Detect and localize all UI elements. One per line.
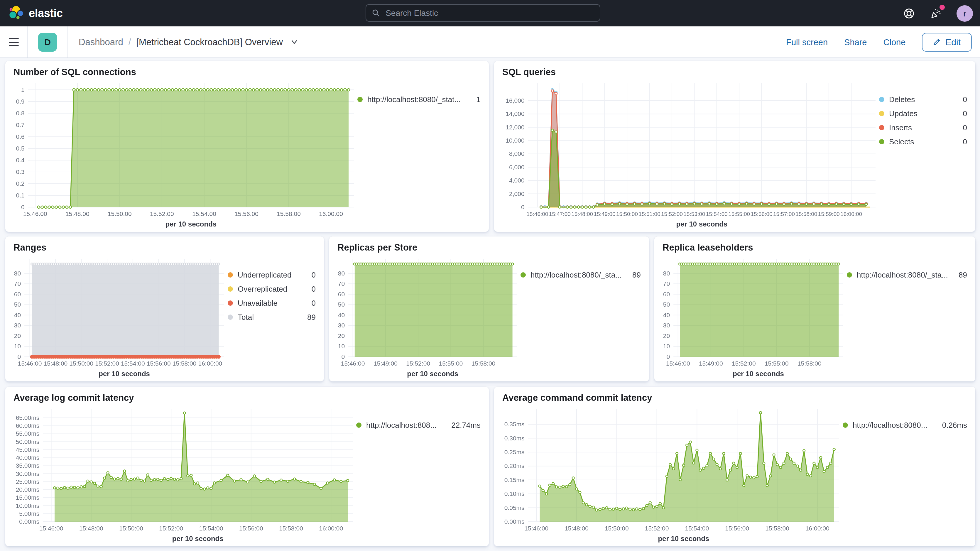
chart-plot[interactable]: 15:46:0015:48:0015:50:0015:52:0015:54:00… (498, 404, 843, 545)
svg-text:20: 20 (338, 333, 345, 339)
user-avatar[interactable]: r (956, 5, 973, 21)
chart-plot[interactable]: 15:46:0015:48:0015:50:0015:52:0015:54:00… (9, 79, 357, 231)
svg-text:15:54:00: 15:54:00 (199, 525, 223, 532)
space-initial: D (44, 37, 51, 47)
chevron-down-icon[interactable] (291, 38, 298, 46)
panel-average-command-commit-latency: Average command commit latency 15:46:001… (494, 387, 975, 546)
panel-replicas-per-store: Replicas per Store 15:46:0015:49:0015:52… (329, 236, 649, 381)
whats-new-button[interactable] (929, 7, 942, 20)
help-button[interactable] (902, 7, 915, 20)
life-ring-icon (903, 7, 915, 19)
legend-item[interactable]: Unavailable0 (228, 299, 316, 307)
legend-item[interactable]: http://localhost:8080/_stat...1 (357, 95, 480, 104)
share-button[interactable]: Share (844, 37, 867, 47)
space-badge[interactable]: D (38, 33, 57, 51)
divider (27, 26, 27, 57)
svg-text:15:57:00: 15:57:00 (773, 211, 795, 217)
chart-canvas[interactable]: 15:46:0015:47:0015:48:0015:49:0015:50:00… (498, 79, 879, 231)
svg-text:per 10 seconds: per 10 seconds (658, 535, 709, 543)
svg-text:80: 80 (14, 270, 21, 277)
legend-item[interactable]: Total89 (228, 313, 316, 322)
legend-item[interactable]: Selects0 (879, 137, 967, 146)
svg-text:15.00ms: 15.00ms (16, 494, 40, 501)
svg-text:0: 0 (342, 353, 345, 360)
legend-label: Unavailable (238, 299, 278, 307)
legend-value: 89 (959, 271, 967, 279)
svg-text:6,000: 6,000 (509, 164, 525, 170)
panel-title[interactable]: Average log commit latency (5, 387, 489, 404)
legend-item[interactable]: Inserts0 (879, 123, 967, 132)
chart-plot[interactable]: 15:46:0015:47:0015:48:0015:49:0015:50:00… (498, 79, 879, 231)
clone-button[interactable]: Clone (883, 37, 906, 47)
svg-text:15:48:00: 15:48:00 (79, 525, 103, 532)
legend-item[interactable]: Overreplicated0 (228, 285, 316, 293)
legend-item[interactable]: http://localhost:8080/_sta...89 (847, 271, 967, 279)
svg-text:20: 20 (14, 333, 21, 339)
legend-item[interactable]: Updates0 (879, 109, 967, 118)
panel-title[interactable]: Replica leaseholders (654, 236, 975, 254)
svg-text:5.00ms: 5.00ms (19, 510, 39, 517)
legend-item[interactable]: http://localhost:808...22.74ms (356, 421, 480, 430)
full-screen-button[interactable]: Full screen (786, 37, 828, 47)
svg-text:30.00ms: 30.00ms (16, 470, 40, 477)
legend-label: http://localhost:8080/_sta... (530, 271, 622, 279)
legend-value: 0 (312, 299, 316, 307)
svg-text:16:00:00: 16:00:00 (198, 360, 223, 367)
svg-text:15:59:00: 15:59:00 (818, 211, 840, 217)
svg-text:0: 0 (21, 204, 25, 210)
notification-dot (940, 5, 945, 10)
toolbar: D Dashboard / [Metricbeat CockroachDB] O… (0, 26, 980, 58)
legend-item[interactable]: Deletes0 (879, 95, 967, 104)
menu-button[interactable] (0, 26, 27, 57)
panel-title[interactable]: Number of SQL connections (5, 61, 489, 79)
svg-text:50: 50 (338, 301, 345, 308)
panel-title[interactable]: Ranges (5, 236, 324, 254)
svg-text:per 10 seconds: per 10 seconds (676, 220, 727, 228)
svg-text:15:56:00: 15:56:00 (725, 525, 749, 532)
svg-text:per 10 seconds: per 10 seconds (99, 370, 150, 377)
svg-text:0.15ms: 0.15ms (504, 476, 525, 483)
svg-text:0.35ms: 0.35ms (504, 421, 525, 427)
edit-button[interactable]: Edit (922, 33, 972, 51)
global-search[interactable] (366, 4, 600, 22)
legend-item[interactable]: Underreplicated0 (228, 271, 316, 279)
chart-canvas[interactable]: 15:46:0015:48:0015:50:0015:52:0015:54:00… (9, 404, 356, 545)
search-input[interactable] (384, 8, 594, 18)
svg-text:0.5: 0.5 (16, 145, 25, 152)
divider (67, 26, 68, 57)
svg-text:25.00ms: 25.00ms (16, 478, 40, 485)
elastic-logo[interactable]: elastic (8, 5, 63, 21)
svg-text:0: 0 (521, 204, 525, 210)
chart-plot[interactable]: 15:46:0015:48:0015:50:0015:52:0015:54:00… (9, 404, 356, 545)
chart-canvas[interactable]: 15:46:0015:49:0015:52:0015:55:0015:58:00… (333, 254, 520, 380)
chart-plot[interactable]: 15:46:0015:48:0015:50:0015:52:0015:54:00… (9, 254, 228, 380)
svg-text:15:46:00: 15:46:00 (341, 360, 365, 367)
svg-text:15:46:00: 15:46:00 (23, 210, 47, 217)
pencil-icon (933, 38, 941, 46)
legend-item[interactable]: http://localhost:8080/_sta...89 (520, 271, 641, 279)
chart-plot[interactable]: 15:46:0015:49:0015:52:0015:55:0015:58:00… (333, 254, 520, 380)
svg-text:15:56:00: 15:56:00 (751, 211, 773, 217)
svg-text:15:56:00: 15:56:00 (239, 525, 263, 532)
avatar-initial: r (963, 8, 966, 18)
legend-color-dot (520, 272, 526, 277)
dashboard-grid: Number of SQL connections 15:46:0015:48:… (0, 58, 980, 551)
chart-canvas[interactable]: 15:46:0015:48:0015:50:0015:52:0015:54:00… (498, 404, 843, 545)
chart-canvas[interactable]: 15:46:0015:48:0015:50:0015:52:0015:54:00… (9, 254, 228, 380)
legend-value: 0.26ms (942, 421, 967, 430)
breadcrumb-separator: / (129, 37, 131, 47)
svg-text:40: 40 (338, 312, 345, 318)
breadcrumb-dashboard-link[interactable]: Dashboard (79, 37, 123, 47)
chart-canvas[interactable]: 15:46:0015:48:0015:50:0015:52:0015:54:00… (9, 79, 357, 231)
panel-title[interactable]: Replicas per Store (329, 236, 649, 254)
panel-title[interactable]: SQL queries (494, 61, 975, 79)
chart-plot[interactable]: 15:46:0015:49:0015:52:0015:55:0015:58:00… (658, 254, 847, 380)
elastic-logo-icon (8, 5, 24, 21)
svg-text:0.9: 0.9 (16, 98, 25, 105)
legend-label: Underreplicated (238, 271, 292, 279)
panel-title[interactable]: Average command commit latency (494, 387, 975, 404)
svg-text:15:48:00: 15:48:00 (65, 210, 89, 217)
svg-text:15:52:00: 15:52:00 (732, 360, 756, 367)
legend-item[interactable]: http://localhost:8080...0.26ms (843, 421, 967, 430)
chart-canvas[interactable]: 15:46:0015:49:0015:52:0015:55:0015:58:00… (658, 254, 847, 380)
